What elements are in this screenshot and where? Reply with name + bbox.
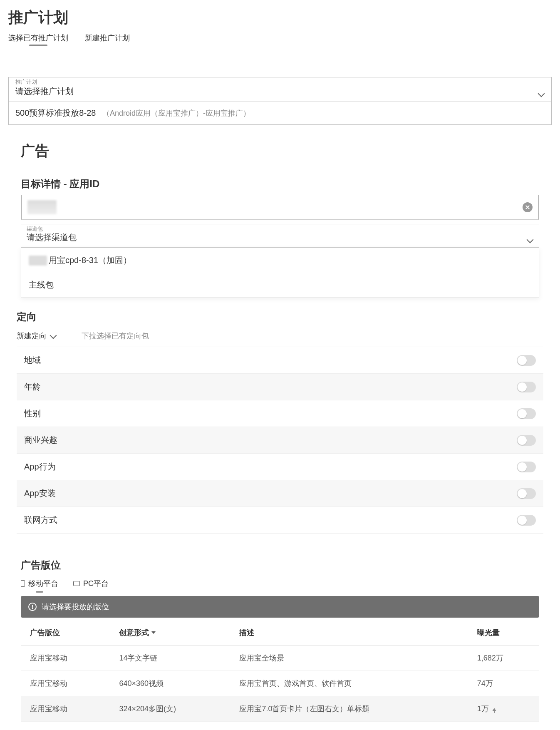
table-row[interactable]: 应用宝移动 324×204多图(文) 应用宝7.0首页卡片（左图右文）单标题 1… [21, 696, 539, 722]
platform-tab-mobile[interactable]: 移动平台 [21, 579, 58, 588]
cell-creative: 312×312多图(文) [110, 722, 230, 730]
tab-new-plan[interactable]: 新建推广计划 [85, 33, 130, 43]
chevron-down-icon [528, 237, 533, 243]
info-icon: ! [28, 603, 37, 611]
target-row-gender: 性别 [17, 400, 543, 427]
cell-slot: 应用宝移动 [21, 696, 110, 722]
mobile-icon [21, 580, 25, 587]
target-row-app-behavior: App行为 [17, 454, 543, 480]
placements-title: 广告版位 [21, 559, 539, 572]
targeting-title: 定向 [17, 310, 543, 323]
target-row-region: 地域 [17, 347, 543, 374]
cell-slot: 应用宝移动 [21, 722, 110, 730]
table-row[interactable]: 应用宝移动 14字文字链 应用宝全场景 1,682万 [21, 646, 539, 671]
table-row[interactable]: 应用宝移动 312×312多图(文) 应用宝7.0三图卡片图文 1万 [21, 722, 539, 730]
targeting-hint: 下拉选择已有定向包 [82, 331, 149, 341]
pc-icon [73, 581, 80, 586]
chevron-down-icon [539, 91, 545, 97]
cell-exposure: 74万 [468, 671, 539, 696]
banner-text: 请选择要投放的版位 [42, 602, 109, 612]
cell-creative: 14字文字链 [110, 646, 230, 671]
up-arrow-icon [492, 708, 496, 711]
channel-option-prefix-blurred [29, 256, 47, 266]
toggle-app-behavior[interactable] [517, 462, 536, 472]
placement-table: 广告版位 创意形式 描述 曝光量 应用宝移动 14字文字链 应用宝全场景 1,6… [21, 620, 539, 730]
toggle-age[interactable] [517, 382, 536, 392]
target-row-app-install: App安装 [17, 480, 543, 507]
target-row-interest: 商业兴趣 [17, 427, 543, 454]
cell-slot: 应用宝移动 [21, 646, 110, 671]
app-id-input[interactable] [21, 195, 539, 220]
plan-option-name: 500预算标准投放8-28 [15, 108, 96, 117]
plan-option[interactable]: 500预算标准投放8-28 （Android应用（应用宝推广）-应用宝推广） [9, 101, 551, 124]
col-creative[interactable]: 创意形式 [110, 620, 230, 646]
channel-select[interactable]: 渠道包 请选择渠道包 [21, 224, 539, 247]
channel-option-label: 用宝cpd-8-31（加固） [49, 255, 131, 266]
col-desc: 描述 [230, 620, 468, 646]
plan-option-meta: （Android应用（应用宝推广）-应用宝推广） [102, 109, 250, 117]
cell-desc: 应用宝7.0三图卡片图文 [230, 722, 468, 730]
channel-option-0[interactable]: 用宝cpd-8-31（加固） [21, 248, 539, 273]
cell-exposure: 1万 [468, 722, 539, 730]
target-label: 地域 [24, 355, 41, 366]
cell-desc: 应用宝7.0首页卡片（左图右文）单标题 [230, 696, 468, 722]
toggle-interest[interactable] [517, 435, 536, 446]
plan-select[interactable]: 推广计划 请选择推广计划 [9, 77, 551, 101]
new-targeting-button[interactable]: 新建定向 [17, 331, 57, 341]
target-detail-title: 目标详情 - 应用ID [21, 177, 539, 191]
target-label: 联网方式 [24, 514, 57, 526]
ad-section-title: 广告 [21, 142, 539, 161]
col-exposure: 曝光量 [468, 620, 539, 646]
cell-creative: 640×360视频 [110, 671, 230, 696]
clear-button[interactable] [523, 202, 533, 212]
platform-tab-label: 移动平台 [28, 579, 58, 588]
new-targeting-label: 新建定向 [17, 331, 47, 341]
cell-creative: 324×204多图(文) [110, 696, 230, 722]
cell-exposure: 1,682万 [468, 646, 539, 671]
toggle-gender[interactable] [517, 408, 536, 419]
tab-existing-plan[interactable]: 选择已有推广计划 [8, 33, 68, 43]
target-label: App安装 [24, 488, 56, 499]
cell-exposure: 1万 [468, 696, 539, 722]
target-row-age: 年龄 [17, 374, 543, 400]
target-label: 商业兴趣 [24, 435, 57, 446]
channel-label: 渠道包 [27, 225, 43, 233]
target-label: 性别 [24, 408, 41, 419]
cell-slot: 应用宝移动 [21, 671, 110, 696]
channel-option-label: 主线包 [29, 279, 54, 291]
app-id-value-blurred [27, 200, 57, 214]
placement-banner: ! 请选择要投放的版位 [21, 596, 539, 618]
plan-select-value: 请选择推广计划 [15, 86, 74, 97]
target-row-network: 联网方式 [17, 507, 543, 534]
cell-desc: 应用宝首页、游戏首页、软件首页 [230, 671, 468, 696]
platform-tab-pc[interactable]: PC平台 [73, 579, 109, 588]
chevron-down-icon [51, 333, 57, 339]
channel-dropdown: 用宝cpd-8-31（加固） 主线包 [21, 247, 539, 298]
col-creative-label: 创意形式 [119, 628, 149, 638]
toggle-network[interactable] [517, 515, 536, 526]
table-row[interactable]: 应用宝移动 640×360视频 应用宝首页、游戏首页、软件首页 74万 [21, 671, 539, 696]
col-slot: 广告版位 [21, 620, 110, 646]
page-title: 推广计划 [8, 0, 552, 31]
channel-option-1[interactable]: 主线包 [21, 273, 539, 297]
toggle-app-install[interactable] [517, 488, 536, 499]
sort-down-icon [151, 631, 156, 634]
toggle-region[interactable] [517, 355, 536, 366]
platform-tab-label: PC平台 [83, 579, 109, 588]
plan-select-label: 推广计划 [15, 78, 37, 86]
target-label: App行为 [24, 461, 56, 472]
target-label: 年龄 [24, 381, 41, 392]
cell-desc: 应用宝全场景 [230, 646, 468, 671]
channel-value: 请选择渠道包 [27, 232, 77, 243]
